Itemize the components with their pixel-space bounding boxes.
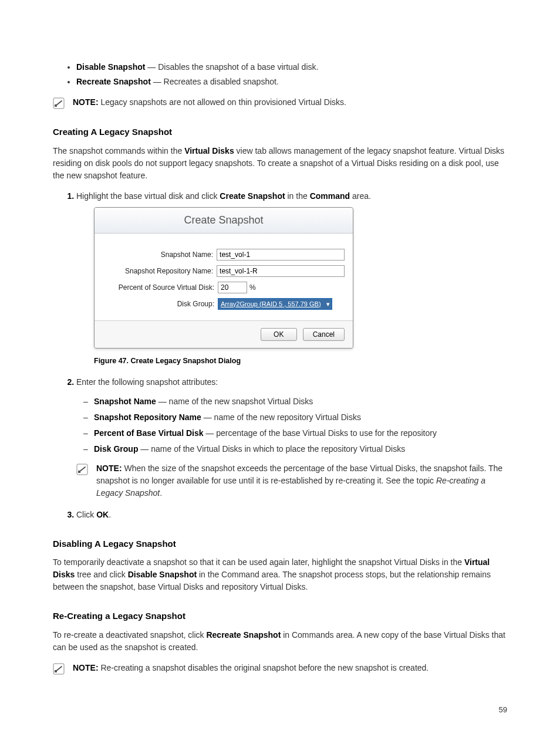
bold-text: Disable Snapshot [76,62,145,72]
list-item: Recreate Snapshot — Recreates a disabled… [76,76,507,88]
list-item: Disk Group — name of the Virtual Disks i… [94,443,507,455]
paragraph: To re-create a deactivated snapshot, cli… [53,629,507,654]
percent-sign: % [249,282,256,293]
heading-recreating: Re-Creating a Legacy Snapshot [53,610,507,623]
ok-button[interactable]: OK [261,328,297,341]
text: To temporarily deactivate a snapshot so … [53,557,464,567]
bold-text: Command [310,191,350,201]
paragraph: The snapshot commands within the Virtual… [53,145,507,182]
list-item: Disable Snapshot — Disables the snapshot… [76,61,507,73]
list-item: Snapshot Name — name of the new snapshot… [94,395,507,408]
page-number: 59 [53,704,507,716]
dash-list: Snapshot Name — name of the new snapshot… [76,395,507,455]
note-label: NOTE: [73,97,99,107]
heading-disabling: Disabling A Legacy Snapshot [53,537,507,551]
note-block: NOTE: Re-creating a snapshot disables th… [53,662,507,675]
text: Enter the following snapshot attributes: [76,377,218,387]
form-row-disk-group: Disk Group: Array2Group (RAID 5 , 557.79… [103,298,345,310]
bold-text: Create Snapshot [220,191,285,201]
label: Percent of Source Virtual Disk: [103,282,218,293]
text: Highlight the base virtual disk and clic… [76,191,220,201]
paragraph: To temporarily deactivate a snapshot so … [53,556,507,593]
text: in the [285,191,310,201]
text: — name of the Virtual Disks in which to … [138,444,405,454]
bold-text: Percent of Base Virtual Disk [94,428,203,438]
svg-rect-3 [78,471,80,473]
text: Click [76,510,96,519]
text: — percentage of the base Virtual Disks t… [203,428,436,438]
figure-caption: Figure 47. Create Legacy Snapshot Dialog [94,356,507,367]
note-label: NOTE: [73,663,99,672]
text: Re-creating a snapshot disables the orig… [99,663,429,672]
dialog-body: Snapshot Name: Snapshot Repository Name:… [95,234,353,321]
label: Snapshot Name: [103,249,217,260]
list-item-2: Enter the following snapshot attributes:… [76,376,507,499]
bold-text: Snapshot Name [94,397,156,406]
note-icon [53,663,65,675]
list-item: Snapshot Repository Name — name of the n… [94,411,507,424]
note-text: NOTE: Re-creating a snapshot disables th… [73,662,507,674]
heading-creating: Creating A Legacy Snapshot [53,126,507,139]
text: tree and click [75,570,127,579]
page: Disable Snapshot — Disables the snapshot… [53,61,507,715]
text: — name of the new snapshot Virtual Disks [156,397,313,406]
form-row-repo-name: Snapshot Repository Name: [103,265,345,277]
dialog-title: Create Snapshot [95,208,353,234]
note-text: NOTE: When the size of the snapshot exce… [96,462,507,499]
list-item-3: Click OK. [76,509,507,521]
text: area. [350,191,371,201]
percent-input[interactable] [218,282,247,293]
ordered-list: Highlight the base virtual disk and clic… [53,190,507,521]
dialog-buttons: OK Cancel [95,320,353,348]
snapshot-name-input[interactable] [217,249,345,261]
bold-text: Disable Snapshot [128,570,197,579]
text: — Recreates a disabled snapshot. [151,77,279,86]
text: The snapshot commands within the [53,146,184,155]
create-snapshot-dialog: Create Snapshot Snapshot Name: Snapshot … [94,207,353,349]
note-block: NOTE: When the size of the snapshot exce… [76,462,507,499]
text: To re-create a deactivated snapshot, cli… [53,630,206,640]
bold-text: Snapshot Repository Name [94,412,201,422]
list-item-1: Highlight the base virtual disk and clic… [76,190,507,367]
bold-text: Disk Group [94,444,138,454]
label: Disk Group: [103,299,218,309]
disk-group-select[interactable]: Array2Group (RAID 5 , 557.79 GB) [218,298,332,310]
label: Snapshot Repository Name: [103,266,217,276]
bold-text: OK [96,510,109,519]
bullet-list: Disable Snapshot — Disables the snapshot… [53,61,507,88]
note-icon [76,464,88,475]
note-text: NOTE: Legacy snapshots are not allowed o… [73,96,507,109]
text: Legacy snapshots are not allowed on thin… [99,97,346,107]
cancel-button[interactable]: Cancel [303,328,345,341]
svg-rect-1 [55,104,57,107]
text: . [160,488,162,498]
form-row-snapshot-name: Snapshot Name: [103,249,345,261]
form-row-percent: Percent of Source Virtual Disk: % [103,282,345,293]
bold-text: Virtual Disks [184,146,234,155]
text: . [109,510,111,519]
svg-rect-5 [55,670,57,672]
list-item: Percent of Base Virtual Disk — percentag… [94,427,507,439]
repo-name-input[interactable] [217,265,345,277]
note-icon [53,97,65,109]
text: — name of the new repository Virtual Dis… [201,412,361,422]
note-label: NOTE: [96,464,122,473]
text: — Disables the snapshot of a base virtua… [145,62,318,72]
note-block: NOTE: Legacy snapshots are not allowed o… [53,96,507,109]
bold-text: Recreate Snapshot [206,630,281,640]
bold-text: Recreate Snapshot [76,77,151,86]
